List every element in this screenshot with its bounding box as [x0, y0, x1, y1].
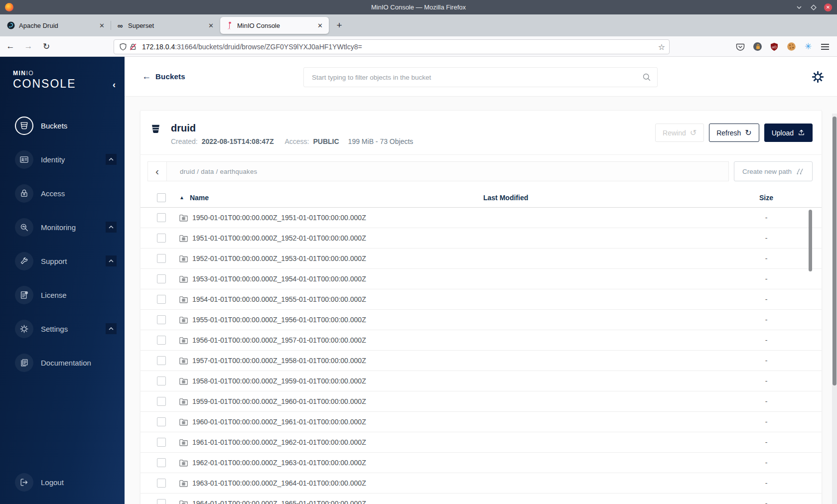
object-name[interactable]: 1958-01-01T00:00:00.000Z_1959-01-01T00:0… — [192, 377, 366, 385]
chevron-up-icon[interactable] — [106, 255, 117, 266]
row-checkbox[interactable] — [157, 315, 166, 324]
object-filter-searchbox[interactable] — [303, 67, 658, 87]
sidebar-item-logout[interactable]: Logout — [0, 472, 125, 492]
object-name[interactable]: 1955-01-01T00:00:00.000Z_1956-01-01T00:0… — [192, 316, 366, 324]
row-checkbox[interactable] — [157, 499, 166, 504]
tab-close-icon[interactable]: ✕ — [97, 21, 107, 30]
forward-button[interactable]: → — [21, 39, 36, 54]
tab-close-icon[interactable]: ✕ — [315, 21, 325, 30]
sidebar-item-license[interactable]: License — [0, 285, 125, 305]
object-name[interactable]: 1963-01-01T00:00:00.000Z_1964-01-01T00:0… — [192, 479, 366, 487]
window-minimize-button[interactable] — [795, 3, 803, 11]
table-row[interactable]: 1964-01-01T00:00:00.000Z_1965-01-01T00:0… — [140, 494, 822, 504]
select-all-checkbox[interactable] — [157, 193, 166, 202]
tracking-shield-icon[interactable] — [118, 42, 128, 52]
row-checkbox[interactable] — [157, 356, 166, 365]
object-name[interactable]: 1950-01-01T00:00:00.000Z_1951-01-01T00:0… — [192, 214, 366, 222]
object-name[interactable]: 1960-01-01T00:00:00.000Z_1961-01-01T00:0… — [192, 418, 366, 426]
sidebar-collapse-icon[interactable]: ‹ — [113, 80, 116, 90]
sidebar-item-monitoring[interactable]: Monitoring — [0, 217, 125, 237]
table-row[interactable]: 1963-01-01T00:00:00.000Z_1964-01-01T00:0… — [140, 473, 822, 494]
sidebar-item-identity[interactable]: Identity — [0, 149, 125, 169]
privacy-badger-icon[interactable] — [752, 42, 762, 52]
page-scrollbar-thumb[interactable] — [833, 117, 837, 385]
table-row[interactable]: 1951-01-01T00:00:00.000Z_1952-01-01T00:0… — [140, 228, 822, 249]
row-checkbox[interactable] — [157, 417, 166, 426]
sidebar-item-access[interactable]: Access — [0, 183, 125, 203]
window-maximize-button[interactable] — [810, 3, 818, 11]
object-name[interactable]: 1952-01-01T00:00:00.000Z_1953-01-01T00:0… — [192, 254, 366, 262]
sidebar-item-documentation[interactable]: Documentation — [0, 353, 125, 373]
table-row[interactable]: 1956-01-01T00:00:00.000Z_1957-01-01T00:0… — [140, 330, 822, 351]
cookie-extension-icon[interactable] — [786, 42, 796, 52]
object-name[interactable]: 1961-01-01T00:00:00.000Z_1962-01-01T00:0… — [192, 438, 366, 446]
table-scrollbar-thumb[interactable] — [809, 210, 812, 271]
chevron-up-icon[interactable] — [106, 222, 117, 233]
row-checkbox[interactable] — [157, 254, 166, 263]
object-name[interactable]: 1953-01-01T00:00:00.000Z_1954-01-01T00:0… — [192, 275, 366, 283]
create-new-path-button[interactable]: Create new path — [734, 161, 813, 181]
table-row[interactable]: 1950-01-01T00:00:00.000Z_1951-01-01T00:0… — [140, 208, 822, 228]
sort-ascending-icon[interactable]: ▲ — [179, 195, 184, 200]
tab-superset[interactable]: ∞ Superset ✕ — [111, 17, 220, 34]
object-name[interactable]: 1956-01-01T00:00:00.000Z_1957-01-01T00:0… — [192, 336, 366, 344]
console-settings-gear-icon[interactable] — [812, 71, 824, 85]
back-to-buckets[interactable]: ← Buckets — [142, 71, 185, 82]
menu-hamburger-icon[interactable] — [820, 42, 830, 52]
ublock-icon[interactable]: uO — [769, 42, 779, 52]
object-name[interactable]: 1954-01-01T00:00:00.000Z_1955-01-01T00:0… — [192, 295, 366, 303]
row-checkbox[interactable] — [157, 274, 166, 283]
chevron-up-icon[interactable] — [106, 323, 117, 334]
sidebar-item-buckets[interactable]: Buckets — [0, 116, 125, 135]
url-bar[interactable]: 172.18.0.4:31664/buckets/druid/browse/ZG… — [114, 39, 670, 54]
row-checkbox[interactable] — [157, 336, 166, 345]
path-back-chevron[interactable]: ‹ — [148, 162, 167, 181]
search-input[interactable] — [312, 74, 642, 81]
table-row[interactable]: 1962-01-01T00:00:00.000Z_1963-01-01T00:0… — [140, 453, 822, 473]
back-button[interactable]: ← — [3, 39, 18, 54]
row-checkbox[interactable] — [157, 213, 166, 222]
bookmark-star-icon[interactable]: ☆ — [658, 42, 665, 52]
tab-close-icon[interactable]: ✕ — [206, 21, 216, 30]
object-name[interactable]: 1962-01-01T00:00:00.000Z_1963-01-01T00:0… — [192, 459, 366, 467]
chevron-up-icon[interactable] — [106, 154, 117, 165]
column-header-size[interactable]: Size — [724, 194, 809, 202]
row-checkbox[interactable] — [157, 377, 166, 385]
pocket-icon[interactable] — [735, 42, 745, 52]
table-row[interactable]: 1953-01-01T00:00:00.000Z_1954-01-01T00:0… — [140, 269, 822, 289]
object-name[interactable]: 1957-01-01T00:00:00.000Z_1958-01-01T00:0… — [192, 357, 366, 365]
table-row[interactable]: 1959-01-01T00:00:00.000Z_1960-01-01T00:0… — [140, 391, 822, 412]
table-row[interactable]: 1955-01-01T00:00:00.000Z_1956-01-01T00:0… — [140, 310, 822, 330]
table-row[interactable]: 1957-01-01T00:00:00.000Z_1958-01-01T00:0… — [140, 351, 822, 371]
container-extension-icon[interactable]: ✳ — [803, 42, 813, 52]
page-scrollbar[interactable] — [832, 114, 837, 504]
object-name[interactable]: 1959-01-01T00:00:00.000Z_1960-01-01T00:0… — [192, 397, 366, 405]
table-row[interactable]: 1960-01-01T00:00:00.000Z_1961-01-01T00:0… — [140, 412, 822, 432]
refresh-button[interactable]: Refresh ↻ — [709, 124, 759, 142]
upload-button[interactable]: Upload — [764, 124, 813, 142]
sidebar-item-support[interactable]: Support — [0, 251, 125, 271]
table-row[interactable]: 1954-01-01T00:00:00.000Z_1955-01-01T00:0… — [140, 289, 822, 310]
sidebar-item-settings[interactable]: Settings — [0, 319, 125, 339]
table-row[interactable]: 1958-01-01T00:00:00.000Z_1959-01-01T00:0… — [140, 371, 822, 391]
table-row[interactable]: 1952-01-01T00:00:00.000Z_1953-01-01T00:0… — [140, 249, 822, 269]
row-checkbox[interactable] — [157, 397, 166, 406]
column-header-last-modified[interactable]: Last Modified — [465, 194, 724, 202]
tab-apache-druid[interactable]: Apache Druid ✕ — [2, 17, 111, 34]
tab-minio-console[interactable]: MinIO Console ✕ — [220, 17, 329, 34]
object-name[interactable]: 1964-01-01T00:00:00.000Z_1965-01-01T00:0… — [192, 500, 366, 504]
object-name[interactable]: 1951-01-01T00:00:00.000Z_1952-01-01T00:0… — [192, 234, 366, 242]
table-row[interactable]: 1961-01-01T00:00:00.000Z_1962-01-01T00:0… — [140, 432, 822, 453]
new-tab-button[interactable]: + — [332, 18, 346, 32]
column-header-name[interactable]: ▲ Name — [175, 194, 465, 202]
row-checkbox[interactable] — [157, 479, 166, 488]
breadcrumb[interactable]: druid / data / earthquakes — [180, 168, 257, 175]
row-checkbox[interactable] — [157, 458, 166, 467]
window-close-button[interactable]: ✕ — [824, 3, 832, 11]
insecure-lock-icon[interactable] — [128, 42, 138, 52]
row-checkbox[interactable] — [157, 295, 166, 304]
url-text[interactable]: 172.18.0.4:31664/buckets/druid/browse/ZG… — [142, 43, 658, 51]
reload-button[interactable]: ↻ — [39, 39, 54, 54]
row-checkbox[interactable] — [157, 438, 166, 447]
row-checkbox[interactable] — [157, 234, 166, 243]
